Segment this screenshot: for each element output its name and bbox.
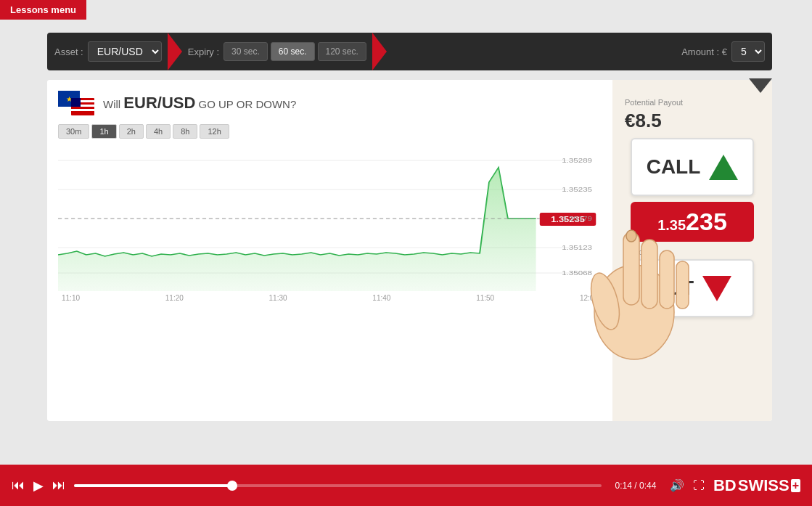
skip-back-button[interactable]: ⏮ bbox=[12, 478, 25, 493]
swiss-text: SWISS bbox=[738, 476, 790, 495]
time-display: 0:14 / 0:44 bbox=[610, 481, 661, 491]
x-label-1: 11:20 bbox=[165, 294, 184, 302]
expiry-buttons: 30 sec. 60 sec. 120 sec. bbox=[223, 42, 366, 61]
svg-text:1.35068: 1.35068 bbox=[562, 269, 592, 277]
x-axis: 11:10 11:20 11:30 11:40 11:50 12:00 bbox=[58, 294, 602, 302]
call-label: CALL bbox=[647, 155, 701, 179]
volume-icon: 🔊 bbox=[670, 478, 684, 492]
tf-2h[interactable]: 2h bbox=[119, 124, 144, 139]
chart-title-prefix: Will bbox=[103, 98, 120, 110]
fullscreen-icon: ⛶ bbox=[693, 479, 705, 492]
flag-icon: ★ bbox=[58, 91, 94, 115]
svg-text:1.35179: 1.35179 bbox=[562, 215, 592, 222]
x-label-0: 11:10 bbox=[62, 294, 80, 302]
tf-30m[interactable]: 30m bbox=[58, 124, 89, 139]
bdswiss-logo: BD SWISS + bbox=[713, 476, 800, 495]
price-big: 235 bbox=[686, 208, 727, 235]
tf-8h[interactable]: 8h bbox=[173, 124, 197, 139]
tf-4h[interactable]: 4h bbox=[146, 124, 171, 139]
payout-info: Potential Payout €8.5 bbox=[621, 98, 763, 132]
chart-container: 1.35235 1.35289 1.35235 1.35179 1.35123 … bbox=[58, 146, 602, 306]
plus-text: + bbox=[791, 479, 800, 492]
call-up-arrow bbox=[709, 155, 738, 180]
dropdown-arrow bbox=[749, 78, 772, 93]
toolbar-arrow-1 bbox=[168, 33, 182, 70]
payout-amount: €8.5 bbox=[625, 110, 763, 132]
price-small: 1.35 bbox=[657, 217, 686, 233]
tf-12h[interactable]: 12h bbox=[200, 124, 229, 139]
svg-rect-6 bbox=[71, 98, 81, 107]
price-display: 1.35235 bbox=[631, 202, 754, 242]
chart-header: ★ Will EUR/USD GO UP OR DOWN? bbox=[58, 91, 602, 115]
call-button[interactable]: CALL bbox=[631, 138, 754, 196]
payout-label2: Payou... bbox=[621, 248, 763, 256]
svg-rect-5 bbox=[71, 109, 94, 111]
play-button[interactable]: ▶ bbox=[33, 478, 44, 494]
expiry-label: Expiry : bbox=[188, 46, 219, 57]
svg-text:1.35289: 1.35289 bbox=[562, 157, 592, 164]
progress-handle[interactable] bbox=[227, 481, 237, 491]
expiry-120sec[interactable]: 120 sec. bbox=[318, 42, 366, 61]
bd-text: BD bbox=[713, 476, 737, 495]
chart-panel: ★ Will EUR/USD GO UP OR DOWN? bbox=[47, 80, 612, 421]
skip-forward-icon: ⏭ bbox=[52, 478, 65, 493]
amount-section: Amount : € 5 bbox=[681, 41, 765, 62]
chart-asset-name: EUR/USD bbox=[123, 94, 195, 112]
put-button[interactable]: PUT bbox=[631, 259, 754, 317]
asset-select[interactable]: EUR/USD bbox=[88, 41, 162, 62]
content-area: ★ Will EUR/USD GO UP OR DOWN? bbox=[47, 80, 772, 421]
fullscreen-button[interactable]: ⛶ bbox=[693, 479, 705, 492]
x-label-4: 11:50 bbox=[476, 294, 494, 302]
lessons-menu-button[interactable]: Lessons menu bbox=[0, 0, 86, 20]
payout-label: Potential Payout bbox=[625, 98, 763, 107]
amount-label: Amount : € bbox=[681, 46, 727, 57]
progress-fill bbox=[74, 484, 232, 487]
toolbar: Asset : EUR/USD Expiry : 30 sec. 60 sec.… bbox=[47, 33, 772, 70]
amount-select[interactable]: 5 bbox=[731, 41, 765, 62]
expiry-section: Expiry : 30 sec. 60 sec. 120 sec. bbox=[188, 33, 366, 70]
tf-1h[interactable]: 1h bbox=[91, 124, 116, 139]
toolbar-arrow-2 bbox=[372, 33, 387, 70]
right-panel: Potential Payout €8.5 CALL 1.35235 Payou… bbox=[612, 80, 772, 421]
play-icon: ▶ bbox=[33, 478, 44, 494]
svg-text:1.35123: 1.35123 bbox=[562, 244, 592, 251]
skip-forward-button[interactable]: ⏭ bbox=[52, 478, 65, 493]
timeframe-buttons: 30m 1h 2h 4h 8h 12h bbox=[58, 124, 602, 139]
player-bar: ⏮ ▶ ⏭ 0:14 / 0:44 🔊 ⛶ BD SWISS + bbox=[0, 465, 812, 506]
x-label-5: 12:00 bbox=[580, 294, 598, 302]
svg-text:1.35235: 1.35235 bbox=[562, 186, 592, 193]
expiry-60sec[interactable]: 60 sec. bbox=[271, 42, 315, 61]
chart-svg: 1.35235 1.35289 1.35235 1.35179 1.35123 … bbox=[58, 146, 602, 291]
x-label-3: 11:40 bbox=[372, 294, 390, 302]
volume-button[interactable]: 🔊 bbox=[670, 478, 684, 492]
asset-label: Asset : bbox=[54, 46, 83, 57]
put-down-arrow bbox=[702, 276, 731, 301]
chart-title: Will EUR/USD GO UP OR DOWN? bbox=[103, 94, 296, 113]
x-label-2: 11:30 bbox=[269, 294, 287, 302]
price-display-text: 1.35235 bbox=[657, 208, 727, 236]
video-area: Asset : EUR/USD Expiry : 30 sec. 60 sec.… bbox=[0, 0, 812, 465]
put-label: PUT bbox=[653, 277, 694, 300]
expiry-30sec[interactable]: 30 sec. bbox=[223, 42, 268, 61]
skip-back-icon: ⏮ bbox=[12, 478, 25, 493]
asset-section: Asset : EUR/USD bbox=[54, 33, 162, 70]
progress-bar[interactable] bbox=[74, 484, 602, 487]
chart-title-suffix: GO UP OR DOWN? bbox=[199, 98, 297, 110]
